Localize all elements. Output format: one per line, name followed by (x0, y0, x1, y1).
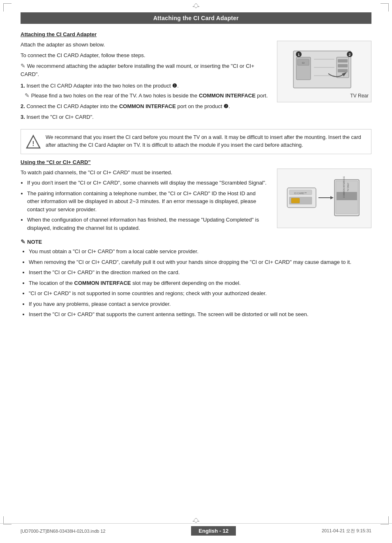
note-item-6: If you have any problems, please contact… (29, 300, 371, 308)
note-item-2: When removing the "CI or CI+ CARD", care… (29, 258, 371, 266)
warning-text: We recommand that you insert the CI card… (46, 134, 366, 150)
section2-intro: To watch paid channels, the "CI or CI+ C… (21, 169, 269, 177)
footer-left: [UD7000-ZT]BN68-03438H-02L03.indb 12 (21, 529, 106, 534)
section2-content: To watch paid channels, the "CI or CI+ C… (21, 169, 371, 236)
bullet-1: If you don't insert the "CI or CI+ CARD"… (27, 179, 269, 187)
svg-rect-6 (338, 64, 348, 67)
step1-num: 1. (21, 83, 25, 89)
svg-text:CI CARD™: CI CARD™ (294, 192, 307, 194)
section2-image: CI CARD™ COMMON I (277, 169, 371, 236)
svg-rect-22 (291, 198, 300, 203)
compass-top (193, 3, 199, 10)
step-2: 2. Connect the CI CARD Adapter into the … (21, 102, 269, 111)
step2-text: Connect the CI CARD Adapter into the COM… (26, 103, 224, 109)
footer-right: 2011-04-21 오전 9:15:31 (322, 528, 371, 534)
quill-icon-2 (25, 92, 30, 99)
svg-text:TV ONLY: TV ONLY (347, 183, 349, 192)
quill-icon-note (21, 238, 25, 245)
step-1: 1. Insert the CI CARD Adapter into the t… (21, 82, 269, 100)
ci-card-svg: CI CARD™ COMMON I (283, 171, 365, 225)
step3-text: Insert the "CI or CI+ CARD". (26, 114, 93, 120)
section1-intro2: To connect the CI CARD Adapter, follow t… (21, 51, 269, 60)
note-section: NOTE You must obtain a "CI or CI+ CARD" … (21, 238, 371, 319)
step1-text: Insert the CI CARD Adapter into the two … (26, 83, 172, 89)
note-item-1: You must obtain a "CI or CI+ CARD" from … (29, 247, 371, 256)
footer-center: English - 12 (191, 526, 236, 536)
step1-subnote: Please find a two holes on the rear of t… (25, 91, 269, 100)
step1-subnote-text: Please find a two holes on the rear of t… (31, 92, 268, 99)
svg-rect-27 (337, 192, 357, 200)
note-item-4: The location of the COMMON INTERFACE slo… (29, 279, 371, 287)
step3-num: 3. (21, 114, 25, 120)
bullet-2: The pairing information containing a tel… (27, 189, 269, 214)
section1: Attaching the CI Card Adapter Attach the… (21, 31, 371, 154)
quill-icon-1 (21, 63, 25, 69)
bullet-3: When the configuration of channel inform… (27, 216, 269, 232)
step2-num: 2. (21, 103, 25, 109)
step1-circle: ❶ (172, 83, 177, 89)
step2-dot: . (228, 103, 230, 109)
svg-rect-5 (338, 59, 348, 62)
footer: [UD7000-ZT]BN68-03438H-02L03.indb 12 Eng… (0, 523, 392, 536)
section1-heading: Attaching the CI Card Adapter (21, 31, 371, 37)
svg-text:CI: CI (302, 62, 304, 64)
note-item-3: Insert the "CI or CI+ CARD" in the direc… (29, 268, 371, 277)
section1-steps: 1. Insert the CI CARD Adapter into the t… (21, 82, 269, 121)
page-number-box: English - 12 (191, 526, 236, 536)
step1-dot: . (177, 83, 179, 89)
step2-circle: ❷ (224, 103, 228, 109)
section1-intro1: Attach the adapter as shown below. (21, 41, 269, 49)
note-item-7: Insert the "CI or CI+ CARD" that support… (29, 310, 371, 319)
tv-rear-label: TV Rear (350, 93, 369, 99)
warning-icon: ! (26, 134, 41, 149)
svg-text:2: 2 (348, 53, 350, 57)
section1-image: CI 1 (277, 41, 371, 124)
page: Attaching the CI Card Adapter Attaching … (0, 0, 392, 543)
section2-text-col: To watch paid channels, the "CI or CI+ C… (21, 169, 269, 236)
svg-rect-7 (338, 69, 348, 72)
section2: Using the “CI or CI+ CARD” To watch paid… (21, 159, 371, 319)
recommend-text: We recommend attaching the adapter befor… (21, 63, 254, 77)
tv-rear-svg: CI 1 (291, 47, 357, 96)
section2-bullets: If you don't insert the "CI or CI+ CARD"… (21, 179, 269, 232)
section1-text: Attach the adapter as shown below. To co… (21, 41, 269, 124)
svg-text:!: ! (32, 140, 34, 147)
corner-mark-tr (380, 3, 389, 12)
section1-content: Attach the adapter as shown below. To co… (21, 41, 371, 124)
svg-text:COMMON INTERFACE: COMMON INTERFACE (343, 176, 345, 198)
warning-triangle-svg: ! (26, 134, 41, 149)
step-3: 3. Insert the "CI or CI+ CARD". (21, 113, 269, 121)
section1-recommend: We recommend attaching the adapter befor… (21, 62, 269, 79)
warning-box: ! We recommand that you insert the CI ca… (21, 129, 371, 154)
ci-card-image-box: CI CARD™ COMMON I (277, 169, 371, 228)
note-items-list: You must obtain a "CI or CI+ CARD" from … (21, 247, 371, 319)
note-title-text: NOTE (27, 239, 42, 245)
tv-rear-image-box: CI 1 (277, 41, 371, 102)
page-title: Attaching the CI Card Adapter (21, 12, 371, 24)
note-title: NOTE (21, 238, 371, 245)
svg-text:1: 1 (297, 53, 300, 57)
svg-marker-24 (330, 196, 334, 199)
corner-mark-tl (3, 3, 12, 12)
note-item-5: "CI or CI+ CARD" is not supported in som… (29, 289, 371, 298)
section2-heading: Using the “CI or CI+ CARD” (21, 159, 371, 165)
